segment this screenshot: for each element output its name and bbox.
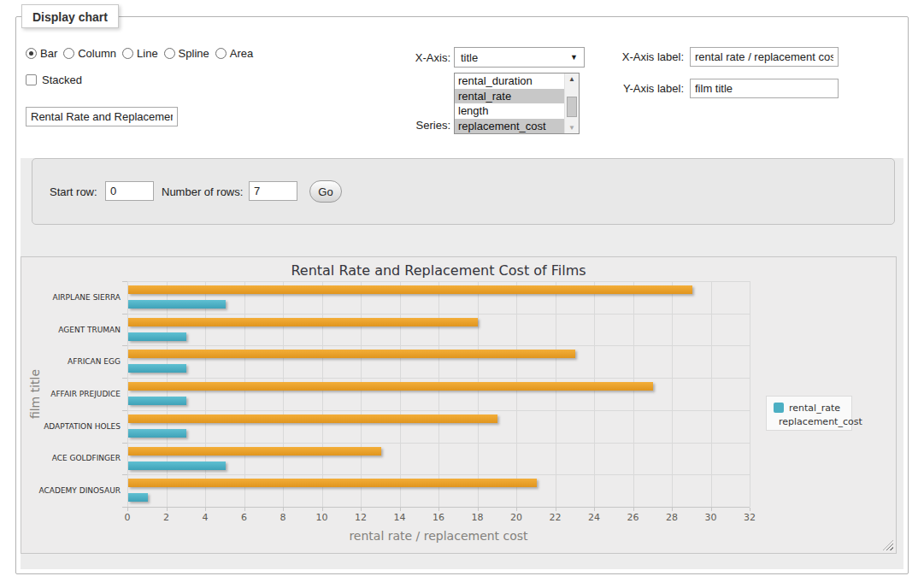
- x-tick-label: 14: [394, 512, 406, 523]
- chevron-down-icon: ▼: [570, 53, 578, 62]
- radio-icon[interactable]: [63, 48, 74, 59]
- x-axis-tick: [633, 508, 634, 511]
- chart-type-radio-spline[interactable]: Spline: [164, 47, 209, 60]
- gridline-vertical: [167, 281, 168, 507]
- num-rows-label: Number of rows:: [162, 185, 243, 198]
- bar-replacement_cost-2[interactable]: [128, 350, 575, 358]
- scroll-up-icon[interactable]: ▲: [565, 75, 579, 83]
- x-axis-tick: [361, 508, 362, 511]
- scroll-down-icon[interactable]: ▼: [565, 124, 579, 132]
- chart-legend: rental_ratereplacement_cost: [766, 396, 852, 431]
- stacked-checkbox-row[interactable]: Stacked: [26, 73, 82, 86]
- gridline-vertical: [205, 281, 206, 507]
- x-tick-label: 6: [241, 512, 247, 523]
- x-tick-label: 16: [433, 512, 444, 523]
- x-axis-tick: [205, 508, 206, 511]
- chart-type-radio-line[interactable]: Line: [122, 47, 158, 60]
- x-tick-label: 18: [472, 512, 484, 523]
- x-axis-select-label: X-Axis:: [368, 51, 450, 64]
- series-option-length[interactable]: length: [455, 103, 564, 119]
- legend-item-replacement_cost[interactable]: replacement_cost: [774, 414, 851, 428]
- gridline-vertical: [478, 281, 479, 507]
- bar-rental_rate-1[interactable]: [128, 332, 186, 341]
- series-option-rental_rate[interactable]: rental_rate: [455, 89, 564, 104]
- gridline-vertical: [127, 281, 128, 507]
- bar-replacement_cost-1[interactable]: [128, 318, 478, 326]
- category-label: ACE GOLDFINGER: [25, 454, 121, 462]
- bar-replacement_cost-3[interactable]: [128, 382, 653, 391]
- y-axis-label-label: Y-Axis label:: [598, 82, 684, 95]
- gridline-vertical: [516, 281, 517, 507]
- x-axis-label-input[interactable]: [690, 47, 839, 67]
- chart-title: Rental Rate and Replacement Cost of Film…: [127, 262, 750, 279]
- series-options: rental_durationrental_ratelengthreplacem…: [455, 73, 564, 133]
- gridline-vertical: [633, 281, 634, 507]
- x-axis-selected-value: title: [461, 51, 478, 64]
- fieldset-legend: Display chart: [21, 4, 119, 28]
- gridline-horizontal: [127, 443, 750, 444]
- bar-replacement_cost-5[interactable]: [128, 447, 381, 456]
- scrollbar-thumb[interactable]: [567, 97, 577, 117]
- bar-rental_rate-3[interactable]: [128, 397, 186, 405]
- y-axis-tick: [122, 378, 127, 379]
- x-axis-tick: [594, 508, 595, 511]
- y-axis-tick: [122, 443, 127, 444]
- series-option-replacement_cost[interactable]: replacement_cost: [455, 119, 564, 134]
- radio-icon[interactable]: [122, 48, 133, 59]
- bar-rental_rate-5[interactable]: [128, 461, 226, 470]
- stacked-checkbox[interactable]: [26, 74, 37, 85]
- category-label: AGENT TRUMAN: [25, 326, 121, 334]
- bar-replacement_cost-6[interactable]: [128, 479, 537, 487]
- radio-icon[interactable]: [215, 48, 227, 59]
- x-tick-label: 4: [203, 512, 209, 523]
- resize-grip-icon[interactable]: [883, 540, 893, 550]
- chart-title-input[interactable]: [26, 107, 178, 126]
- chart-type-radio-area[interactable]: Area: [215, 47, 253, 60]
- gridline-horizontal: [127, 314, 750, 315]
- go-button-label: Go: [318, 185, 333, 198]
- num-rows-input[interactable]: [249, 181, 297, 201]
- y-axis-tick: [122, 474, 127, 475]
- y-axis-tick: [122, 410, 127, 411]
- gridline-vertical: [594, 281, 595, 507]
- chart-type-radio-bar[interactable]: Bar: [26, 47, 57, 60]
- x-tick-label: 2: [163, 512, 169, 523]
- x-tick-label: 32: [744, 512, 756, 523]
- x-tick-label: 22: [550, 512, 562, 523]
- y-axis-title: film title: [28, 343, 42, 445]
- gridline-vertical: [711, 281, 712, 507]
- start-row-input[interactable]: [105, 181, 154, 201]
- x-axis-tick: [516, 508, 517, 511]
- radio-icon[interactable]: [164, 48, 175, 59]
- x-tick-label: 24: [588, 512, 600, 523]
- x-axis-select[interactable]: title ▼: [454, 47, 585, 68]
- bar-replacement_cost-0[interactable]: [128, 285, 692, 294]
- legend-label: rental_rate: [789, 403, 840, 414]
- x-axis-tick: [283, 508, 284, 511]
- bar-replacement_cost-4[interactable]: [128, 414, 497, 423]
- x-axis-tick: [478, 508, 479, 511]
- y-axis-tick: [122, 281, 127, 282]
- series-scrollbar[interactable]: ▲ ▼: [564, 73, 579, 133]
- bar-rental_rate-0[interactable]: [128, 300, 226, 309]
- x-axis-line: [127, 507, 750, 508]
- gridline-vertical: [556, 281, 556, 507]
- gridline-vertical: [283, 281, 284, 507]
- series-listbox[interactable]: rental_durationrental_ratelengthreplacem…: [454, 73, 580, 134]
- x-tick-label: 26: [627, 512, 639, 523]
- x-axis-tick: [167, 508, 168, 511]
- go-button[interactable]: Go: [309, 180, 342, 203]
- x-axis-tick: [711, 508, 712, 511]
- bar-rental_rate-2[interactable]: [128, 364, 186, 373]
- x-axis-label-label: X-Axis label:: [598, 50, 684, 63]
- bar-rental_rate-4[interactable]: [128, 429, 186, 438]
- gridline-vertical: [322, 281, 323, 507]
- legend-item-rental_rate[interactable]: rental_rate: [774, 401, 851, 414]
- chart-type-radio-column[interactable]: Column: [63, 47, 116, 60]
- radio-icon[interactable]: [26, 48, 37, 59]
- series-option-rental_duration[interactable]: rental_duration: [455, 73, 564, 89]
- stacked-label: Stacked: [42, 73, 82, 86]
- y-axis-tick: [122, 345, 127, 346]
- y-axis-label-input[interactable]: [690, 79, 839, 98]
- bar-rental_rate-6[interactable]: [128, 493, 148, 502]
